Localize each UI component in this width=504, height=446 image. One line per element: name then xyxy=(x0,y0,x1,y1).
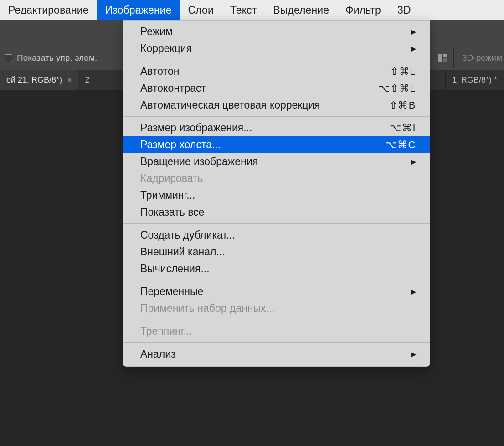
menu-item-shortcut: ⌥⌘I xyxy=(361,122,416,134)
document-tab-title: 1, RGB/8*) * xyxy=(452,75,497,85)
menu-item[interactable]: Режим▶ xyxy=(123,23,430,40)
menu-item[interactable]: Вычисления... xyxy=(123,260,430,277)
menu-item: Кадрировать xyxy=(123,170,430,187)
os-menubar: Редактирование Изображение Слои Текст Вы… xyxy=(0,0,504,20)
menu-separator xyxy=(123,342,430,343)
menu-separator xyxy=(123,280,430,280)
menu-item[interactable]: Автоконтраст⌥⇧⌘L xyxy=(123,80,430,97)
submenu-arrow-icon: ▶ xyxy=(407,287,416,296)
menu-item-label: Внешний канал... xyxy=(140,246,416,258)
menu-label: Фильтр xyxy=(345,4,381,16)
menu-item[interactable]: Переменные▶ xyxy=(123,283,430,300)
svg-rect-1 xyxy=(443,54,447,57)
menu-item: Применить набор данных... xyxy=(123,300,430,317)
menu-item-shortcut: ⌥⇧⌘L xyxy=(361,83,416,94)
menu-item: Треппинг... xyxy=(123,323,430,340)
menu-item-label: Режим xyxy=(140,26,407,38)
menu-item[interactable]: Внешний канал... xyxy=(123,244,430,260)
svg-rect-2 xyxy=(443,58,447,62)
menu-label: 3D xyxy=(397,4,411,16)
submenu-arrow-icon: ▶ xyxy=(407,350,416,358)
menu-item-shortcut: ⌥⌘C xyxy=(361,139,416,151)
menu-separator xyxy=(123,116,430,117)
options-right-tools: 3D-режим xyxy=(438,47,504,68)
document-tab[interactable]: ой 21, RGB/8*) × xyxy=(0,70,78,90)
menu-item[interactable]: Показать все xyxy=(123,204,430,221)
menu-item-shortcut: ⇧⌘L xyxy=(361,66,416,78)
show-controls-label: Показать упр. элем. xyxy=(17,53,97,63)
menu-item-label: Вычисления... xyxy=(140,263,416,275)
menu-filter[interactable]: Фильтр xyxy=(337,0,389,20)
menu-item[interactable]: Вращение изображения▶ xyxy=(123,153,430,170)
menu-item-label: Автоконтраст xyxy=(140,82,361,94)
panel-layout-icon[interactable] xyxy=(438,53,447,62)
menu-item-label: Автоматическая цветовая коррекция xyxy=(140,99,361,111)
menu-separator xyxy=(123,320,430,320)
menu-item-label: Тримминг... xyxy=(140,189,416,202)
submenu-arrow-icon: ▶ xyxy=(407,44,416,53)
menu-image[interactable]: Изображение xyxy=(97,0,180,20)
menu-item-label: Показать все xyxy=(140,206,416,218)
menu-item-label: Автотон xyxy=(140,65,361,78)
menu-item-label: Размер холста... xyxy=(140,139,361,151)
menu-item[interactable]: Создать дубликат... xyxy=(123,227,430,244)
menu-label: Редактирование xyxy=(8,4,89,16)
submenu-arrow-icon: ▶ xyxy=(407,157,416,166)
submenu-arrow-icon: ▶ xyxy=(407,27,416,36)
close-icon[interactable]: × xyxy=(67,76,72,84)
menu-layers[interactable]: Слои xyxy=(180,0,222,20)
document-tab-title: ой 21, RGB/8*) xyxy=(6,75,62,85)
menu-text[interactable]: Текст xyxy=(222,0,265,20)
3d-mode-label: 3D-режим xyxy=(460,53,504,63)
menu-separator xyxy=(123,223,430,224)
menu-item-label: Создать дубликат... xyxy=(140,229,416,241)
menu-item-label: Треппинг... xyxy=(140,325,416,337)
document-tab-title: 2 xyxy=(85,75,89,85)
menu-item-label: Вращение изображения xyxy=(140,156,407,168)
menu-item-label: Коррекция xyxy=(140,42,407,55)
menu-3d[interactable]: 3D xyxy=(389,0,419,20)
menu-item[interactable]: Размер изображения...⌥⌘I xyxy=(123,119,430,136)
menu-item[interactable]: Размер холста...⌥⌘C xyxy=(123,136,430,153)
menu-item[interactable]: Автотон⇧⌘L xyxy=(123,63,430,80)
menu-item-label: Кадрировать xyxy=(140,172,416,185)
menu-item-shortcut: ⇧⌘B xyxy=(361,99,416,111)
menu-item-label: Переменные xyxy=(140,285,407,298)
show-controls-checkbox[interactable] xyxy=(5,54,12,62)
menu-label: Текст xyxy=(230,4,257,16)
menu-separator xyxy=(123,60,430,60)
menu-label: Изображение xyxy=(105,4,172,16)
menu-item[interactable]: Коррекция▶ xyxy=(123,40,430,57)
menu-label: Слои xyxy=(188,4,214,16)
menu-item[interactable]: Автоматическая цветовая коррекция⇧⌘B xyxy=(123,97,430,114)
document-tab[interactable]: 1, RGB/8*) * xyxy=(445,70,504,90)
menu-label: Выделение xyxy=(273,4,329,16)
menu-select[interactable]: Выделение xyxy=(265,0,337,20)
svg-rect-0 xyxy=(438,54,442,62)
menu-item[interactable]: Тримминг... xyxy=(123,187,430,204)
image-menu-dropdown: Режим▶Коррекция▶Автотон⇧⌘LАвтоконтраст⌥⇧… xyxy=(123,20,430,367)
document-tab[interactable]: 2 xyxy=(78,70,96,90)
menu-item-label: Анализ xyxy=(140,348,407,360)
menu-item-label: Размер изображения... xyxy=(140,122,361,134)
menu-edit[interactable]: Редактирование xyxy=(0,0,97,20)
menu-item[interactable]: Анализ▶ xyxy=(123,346,430,363)
options-divider xyxy=(453,47,454,68)
menu-item-label: Применить набор данных... xyxy=(140,302,416,315)
